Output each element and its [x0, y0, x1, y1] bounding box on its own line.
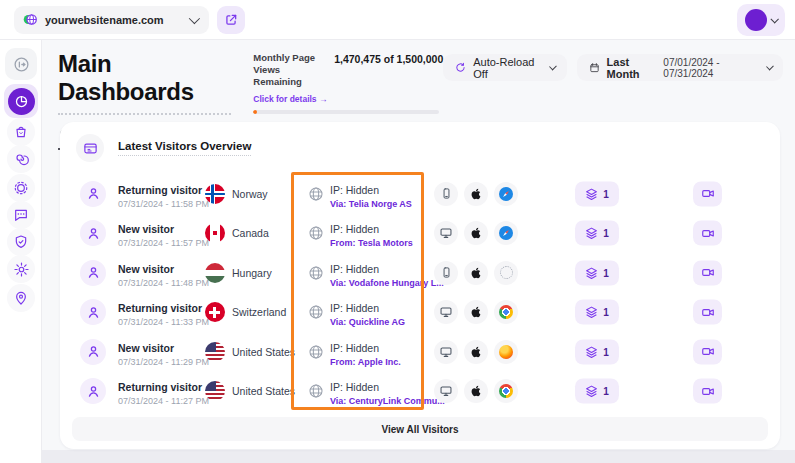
- visitor-row: Returning visitor07/31/2024 - 11:58 PMNo…: [60, 174, 780, 214]
- quota-progress-fill: [253, 110, 257, 114]
- browser-unknown-icon: [494, 261, 518, 285]
- os-apple-icon: [464, 340, 488, 364]
- sidebar-item-communication[interactable]: [7, 201, 35, 229]
- visitor-type: Returning visitor: [118, 183, 202, 195]
- sessions-badge[interactable]: 1: [575, 181, 619, 206]
- device-desktop-icon: [434, 221, 458, 245]
- sidebar-item-settings[interactable]: [7, 255, 35, 283]
- open-website-button[interactable]: [217, 6, 245, 34]
- os-apple-icon: [464, 379, 488, 403]
- visitor-avatar: [80, 339, 106, 365]
- visit-datetime: 07/31/2024 - 11:57 PM: [118, 238, 209, 248]
- shopping-bag-icon: [13, 124, 29, 140]
- refresh-icon: [455, 61, 466, 74]
- country-name: Norway: [232, 188, 268, 200]
- ip-address: IP: Hidden: [330, 381, 379, 393]
- website-selector[interactable]: yourwebsitename.com: [14, 6, 209, 34]
- session-count: 1: [603, 228, 609, 239]
- ip-address: IP: Hidden: [330, 262, 379, 274]
- provider-link[interactable]: Via: CenturyLink Commu...: [330, 396, 445, 406]
- location-pin-icon: [13, 290, 29, 306]
- country-name: Switzerland: [232, 306, 286, 318]
- sidebar-item-privacy[interactable]: [7, 228, 35, 256]
- visitor-info: Returning visitor07/31/2024 - 11:33 PM: [118, 298, 209, 327]
- sidebar-item-statistics[interactable]: [7, 145, 35, 173]
- pageviews-quota: Monthly Page Views Remaining 1,470,475 o…: [253, 52, 443, 114]
- visitor-row: New visitor07/31/2024 - 11:48 PMHungaryI…: [60, 253, 780, 293]
- quota-label: Monthly Page Views Remaining: [253, 52, 326, 88]
- session-recording-button[interactable]: [693, 379, 722, 404]
- visit-datetime: 07/31/2024 - 11:58 PM: [118, 198, 209, 208]
- browser-chrome-icon: [494, 379, 518, 403]
- session-count: 1: [603, 188, 609, 199]
- session-count: 1: [603, 307, 609, 318]
- chevron-down-icon: [766, 62, 774, 70]
- sessions-badge[interactable]: 1: [575, 339, 619, 364]
- provider-link[interactable]: From: Tesla Motors: [330, 238, 413, 248]
- provider-link[interactable]: Via: Vodafone Hungary L...: [330, 277, 444, 287]
- os-apple-icon: [464, 300, 488, 324]
- latest-visitors-card: Latest Visitors Overview Returning visit…: [60, 122, 780, 449]
- provider-link[interactable]: Via: Quickline AG: [330, 317, 405, 327]
- country-flag-icon: [205, 184, 225, 204]
- sessions-badge[interactable]: 1: [575, 379, 619, 404]
- sidebar-item-ecommerce[interactable]: [7, 118, 35, 146]
- session-recording-button[interactable]: [693, 260, 722, 285]
- website-name: yourwebsitename.com: [45, 14, 164, 26]
- session-recording-button[interactable]: [693, 339, 722, 364]
- card-title: Latest Visitors Overview: [118, 140, 251, 156]
- device-desktop-icon: [434, 300, 458, 324]
- avatar: [745, 9, 767, 31]
- visitor-avatar: [80, 260, 106, 286]
- sessions-badge[interactable]: 1: [575, 300, 619, 325]
- sidebar-item-visitor-location[interactable]: [7, 284, 35, 312]
- visitor-info: Returning visitor07/31/2024 - 11:27 PM: [118, 377, 209, 406]
- top-bar: yourwebsitename.com: [0, 0, 795, 40]
- quota-details-link[interactable]: Click for details →: [253, 94, 327, 104]
- main-content: Main Dashboards Monthly Page Views Remai…: [42, 40, 795, 450]
- session-recording-button[interactable]: [693, 300, 722, 325]
- spiral-icon: [13, 151, 29, 167]
- country-name: United States: [232, 346, 295, 358]
- ip-info: IP: HiddenVia: Vodafone Hungary L...: [330, 258, 444, 287]
- os-apple-icon: [464, 261, 488, 285]
- ip-address: IP: Hidden: [330, 302, 379, 314]
- sessions-badge[interactable]: 1: [575, 260, 619, 285]
- expand-sidebar-icon: [13, 56, 30, 73]
- session-recording-button[interactable]: [693, 181, 722, 206]
- session-recording-button[interactable]: [693, 221, 722, 246]
- ip-info: IP: HiddenFrom: Tesla Motors: [330, 219, 413, 248]
- ip-address: IP: Hidden: [330, 223, 379, 235]
- sidebar-toggle-button[interactable]: [5, 48, 37, 80]
- browser-firefox-icon: [494, 340, 518, 364]
- country-name: United States: [232, 385, 295, 397]
- chevron-down-icon: [770, 15, 778, 23]
- ip-info: IP: HiddenFrom: Apple Inc.: [330, 337, 401, 366]
- country-flag-icon: [205, 302, 225, 322]
- quota-progress-bar: [253, 110, 439, 114]
- sidebar-item-dashboards[interactable]: [4, 84, 38, 118]
- sessions-badge[interactable]: 1: [575, 221, 619, 246]
- visitor-type: Returning visitor: [118, 381, 202, 393]
- page-title: Main Dashboards: [58, 50, 231, 115]
- id-card-icon: [83, 141, 98, 156]
- visitor-type: Returning visitor: [118, 302, 202, 314]
- account-menu[interactable]: [737, 4, 785, 36]
- visitor-info: New visitor07/31/2024 - 11:57 PM: [118, 219, 209, 248]
- provider-link[interactable]: Via: Telia Norge AS: [330, 198, 412, 208]
- visitor-row: New visitor07/31/2024 - 11:29 PMUnited S…: [60, 332, 780, 372]
- chat-bubble-icon: [13, 207, 29, 223]
- sidebar-item-behavior[interactable]: [7, 174, 35, 202]
- auto-reload-dropdown[interactable]: Auto-Reload Off: [443, 54, 566, 81]
- visitor-info: New visitor07/31/2024 - 11:48 PM: [118, 258, 209, 287]
- provider-link[interactable]: From: Apple Inc.: [330, 356, 401, 366]
- website-favicon-icon: [23, 12, 38, 27]
- country-flag-icon: [205, 223, 225, 243]
- ip-info: IP: HiddenVia: CenturyLink Commu...: [330, 377, 445, 406]
- device-mobile-icon: [434, 182, 458, 206]
- date-range-dropdown[interactable]: Last Month 07/01/2024 - 07/31/2024: [577, 54, 783, 81]
- device-desktop-icon: [434, 379, 458, 403]
- view-all-visitors-button[interactable]: View All Visitors: [72, 417, 768, 441]
- visit-datetime: 07/31/2024 - 11:48 PM: [118, 277, 209, 287]
- browser-chrome-icon: [494, 300, 518, 324]
